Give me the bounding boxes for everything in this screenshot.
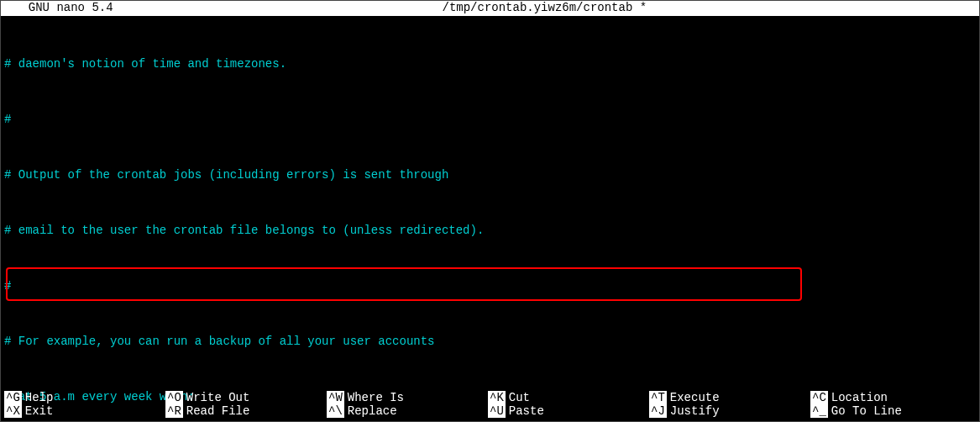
shortcut-writeout[interactable]: ^O Write Out xyxy=(165,391,327,404)
key-label: ^W xyxy=(327,391,344,404)
shortcut-gotoline[interactable]: ^_ Go To Line xyxy=(810,404,972,418)
text-line: # xyxy=(4,277,976,295)
text-line: # email to the user the crontab file bel… xyxy=(4,221,976,240)
shortcut-bar: ^G Help ^O Write Out ^W Where Is ^K Cut … xyxy=(1,391,979,418)
file-path: /tmp/crontab.yiwz6m/crontab * xyxy=(113,1,976,16)
shortcut-replace[interactable]: ^\ Replace xyxy=(327,404,488,418)
shortcut-readfile[interactable]: ^R Read File xyxy=(165,404,327,418)
shortcut-whereis[interactable]: ^W Where Is xyxy=(327,391,488,404)
shortcut-help[interactable]: ^G Help xyxy=(4,391,165,404)
key-label: ^T xyxy=(649,391,667,404)
action-label: Exit xyxy=(25,404,54,418)
shortcut-row-2: ^X Exit ^R Read File ^\ Replace ^U Paste… xyxy=(4,404,976,418)
text-line: # xyxy=(4,110,976,129)
shortcut-execute[interactable]: ^T Execute xyxy=(649,391,810,404)
app-name: GNU nano 5.4 xyxy=(4,1,113,16)
action-label: Justify xyxy=(670,404,720,418)
key-label: ^K xyxy=(488,391,506,404)
action-label: Replace xyxy=(348,404,397,418)
key-label: ^O xyxy=(165,391,183,404)
key-label: ^X xyxy=(4,404,22,418)
key-label: ^_ xyxy=(810,404,828,418)
shortcut-exit[interactable]: ^X Exit xyxy=(4,404,165,418)
action-label: Paste xyxy=(509,404,544,418)
action-label: Cut xyxy=(509,391,530,404)
key-label: ^G xyxy=(4,391,22,404)
key-label: ^U xyxy=(488,404,506,418)
key-label: ^C xyxy=(810,391,828,404)
action-label: Go To Line xyxy=(831,404,902,418)
key-label: ^J xyxy=(649,404,667,418)
shortcut-cut[interactable]: ^K Cut xyxy=(488,391,649,404)
action-label: Location xyxy=(831,391,888,404)
text-line: # Output of the crontab jobs (including … xyxy=(4,166,976,184)
action-label: Read File xyxy=(186,404,250,418)
shortcut-justify[interactable]: ^J Justify xyxy=(649,404,810,418)
action-label: Write Out xyxy=(186,391,250,404)
editor-content[interactable]: # daemon's notion of time and timezones.… xyxy=(1,16,979,422)
action-label: Help xyxy=(25,391,54,404)
action-label: Where Is xyxy=(348,391,404,404)
key-label: ^R xyxy=(165,404,183,418)
shortcut-location[interactable]: ^C Location xyxy=(810,391,972,404)
key-label: ^\ xyxy=(327,404,344,418)
shortcut-paste[interactable]: ^U Paste xyxy=(488,404,649,418)
shortcut-row-1: ^G Help ^O Write Out ^W Where Is ^K Cut … xyxy=(4,391,976,404)
action-label: Execute xyxy=(670,391,720,404)
text-line: # daemon's notion of time and timezones. xyxy=(4,55,976,73)
text-line: # For example, you can run a backup of a… xyxy=(4,332,976,351)
nano-header: GNU nano 5.4 /tmp/crontab.yiwz6m/crontab… xyxy=(1,1,979,16)
